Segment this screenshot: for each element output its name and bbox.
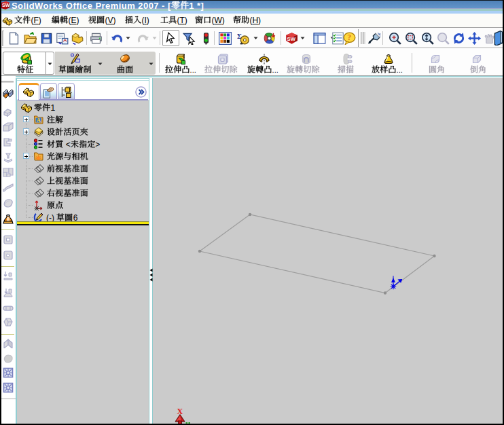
svg-text:SW: SW bbox=[2, 3, 10, 7]
svg-text:?: ? bbox=[347, 33, 351, 42]
svg-text:SW: SW bbox=[287, 36, 295, 42]
svg-text:A: A bbox=[37, 116, 41, 123]
